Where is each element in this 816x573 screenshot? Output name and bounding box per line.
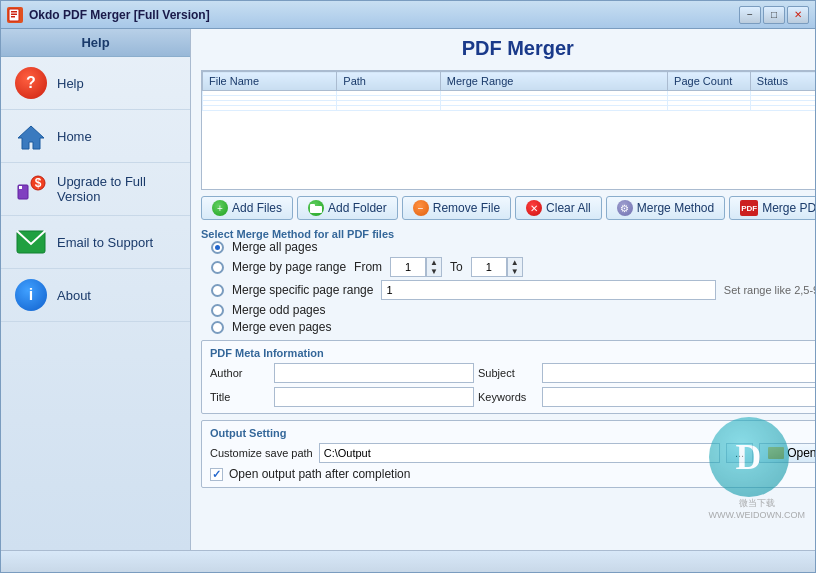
range-hint: Set range like 2,5-9,12: [724, 284, 815, 296]
from-spinner: ▲ ▼: [390, 257, 442, 277]
radio-odd-pages[interactable]: [211, 304, 224, 317]
radio-specific-range[interactable]: [211, 284, 224, 297]
output-path-row: Customize save path ... Open: [210, 443, 815, 463]
from-label: From: [354, 260, 382, 274]
sidebar-item-email[interactable]: Email to Support: [1, 216, 190, 269]
svg-text:$: $: [35, 176, 42, 190]
sidebar-item-help[interactable]: ? Help: [1, 57, 190, 110]
sidebar-help-label: Help: [57, 76, 84, 91]
title-label: Title: [210, 391, 270, 403]
sidebar-item-about[interactable]: i About: [1, 269, 190, 322]
subject-input[interactable]: [542, 363, 815, 383]
checkbox-row: ✓ Open output path after completion: [210, 467, 815, 481]
clear-all-button[interactable]: ✕ Clear All: [515, 196, 602, 220]
app-icon: [7, 7, 23, 23]
radio-even-label: Merge even pages: [232, 320, 331, 334]
open-button[interactable]: Open: [759, 443, 815, 463]
toolbar: + Add Files Add Folder − Remove File: [201, 196, 815, 220]
minimize-button[interactable]: −: [739, 6, 761, 24]
clear-all-label: Clear All: [546, 201, 591, 215]
status-bar: [1, 550, 815, 572]
merge-all-row: Merge all pages: [211, 240, 815, 254]
title-buttons: − □ ✕: [739, 6, 809, 24]
title-input[interactable]: [274, 387, 474, 407]
sidebar: Help ? Help Home: [1, 29, 191, 550]
merge-method-section: Select Merge Method for all PDF files Me…: [201, 226, 815, 334]
remove-file-button[interactable]: − Remove File: [402, 196, 511, 220]
svg-marker-4: [18, 126, 44, 149]
file-table-container: File Name Path Merge Range Page Count St…: [201, 70, 815, 190]
from-spin-up[interactable]: ▲: [427, 258, 441, 267]
open-after-checkbox[interactable]: ✓: [210, 468, 223, 481]
svg-rect-10: [310, 206, 322, 213]
author-input[interactable]: [274, 363, 474, 383]
merge-odd-row: Merge odd pages: [211, 303, 815, 317]
meta-section: PDF Meta Information Author Subject Titl…: [201, 340, 815, 414]
to-spin-down[interactable]: ▼: [508, 267, 522, 276]
radio-odd-label: Merge odd pages: [232, 303, 325, 317]
window-title: Okdo PDF Merger [Full Version]: [29, 8, 210, 22]
open-label: Open: [787, 446, 815, 460]
col-filename: File Name: [203, 72, 337, 91]
from-value-input[interactable]: [390, 257, 426, 277]
main-panel: PDF Merger File Name Path Merge Range Pa…: [191, 29, 815, 550]
add-files-label: Add Files: [232, 201, 282, 215]
from-spin-down[interactable]: ▼: [427, 267, 441, 276]
merge-even-row: Merge even pages: [211, 320, 815, 334]
radio-by-range-label: Merge by page range: [232, 260, 346, 274]
maximize-button[interactable]: □: [763, 6, 785, 24]
svg-rect-3: [11, 16, 15, 18]
sidebar-about-label: About: [57, 288, 91, 303]
output-section: Output Setting Customize save path ... O…: [201, 420, 815, 488]
keywords-input[interactable]: [542, 387, 815, 407]
add-files-button[interactable]: + Add Files: [201, 196, 293, 220]
remove-file-icon: −: [413, 200, 429, 216]
subject-label: Subject: [478, 367, 538, 379]
merge-pdf-button[interactable]: PDF Merge PDF: [729, 196, 815, 220]
svg-rect-6: [19, 186, 22, 189]
radio-even-pages[interactable]: [211, 321, 224, 334]
content-area: Help ? Help Home: [1, 29, 815, 550]
remove-file-label: Remove File: [433, 201, 500, 215]
sidebar-email-label: Email to Support: [57, 235, 153, 250]
add-folder-button[interactable]: Add Folder: [297, 196, 398, 220]
to-spin-arrows: ▲ ▼: [507, 257, 523, 277]
to-spin-up[interactable]: ▲: [508, 258, 522, 267]
file-table: File Name Path Merge Range Page Count St…: [202, 71, 815, 111]
title-bar-left: Okdo PDF Merger [Full Version]: [7, 7, 210, 23]
specific-range-input[interactable]: [381, 280, 715, 300]
about-icon: i: [15, 279, 47, 311]
close-button[interactable]: ✕: [787, 6, 809, 24]
radio-specific-label: Merge specific page range: [232, 283, 373, 297]
merge-method-label: Merge Method: [637, 201, 714, 215]
sidebar-header: Help: [1, 29, 190, 57]
sidebar-upgrade-label: Upgrade to Full Version: [57, 174, 176, 204]
author-label: Author: [210, 367, 270, 379]
to-value-input[interactable]: [471, 257, 507, 277]
page-title: PDF Merger: [201, 37, 815, 60]
col-range: Merge Range: [440, 72, 667, 91]
merge-pdf-label: Merge PDF: [762, 201, 815, 215]
meta-grid: Author Subject Title Keywords: [210, 363, 815, 407]
open-folder-icon: [768, 447, 784, 459]
radio-all-pages[interactable]: [211, 241, 224, 254]
merge-method-button[interactable]: ⚙ Merge Method: [606, 196, 725, 220]
output-path-input[interactable]: [319, 443, 720, 463]
merge-range-row: Merge by page range From ▲ ▼ To: [211, 257, 815, 277]
checkbox-check-icon: ✓: [212, 468, 221, 481]
from-spin-arrows: ▲ ▼: [426, 257, 442, 277]
radio-by-range[interactable]: [211, 261, 224, 274]
sidebar-item-home[interactable]: Home: [1, 110, 190, 163]
merge-method-title: Select Merge Method for all PDF files: [201, 228, 815, 240]
merge-method-icon: ⚙: [617, 200, 633, 216]
checkbox-label: Open output path after completion: [229, 467, 410, 481]
svg-rect-1: [11, 11, 17, 13]
merge-options: Merge all pages Merge by page range From…: [201, 240, 815, 334]
keywords-label: Keywords: [478, 391, 538, 403]
clear-all-icon: ✕: [526, 200, 542, 216]
browse-button[interactable]: ...: [726, 443, 753, 463]
sidebar-item-upgrade[interactable]: $ Upgrade to Full Version: [1, 163, 190, 216]
svg-rect-2: [11, 13, 17, 15]
main-window: Okdo PDF Merger [Full Version] − □ ✕ Hel…: [0, 0, 816, 573]
help-icon: ?: [15, 67, 47, 99]
